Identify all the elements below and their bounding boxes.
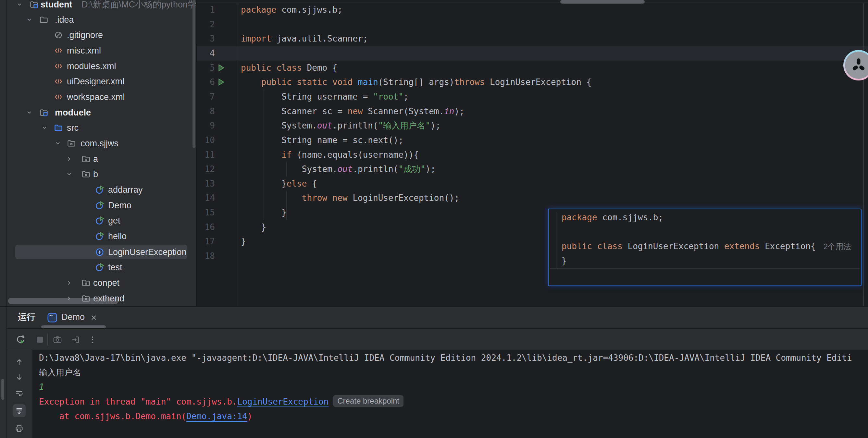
tree-item-com-sjjws[interactable]: com.sjjws bbox=[7, 136, 196, 151]
tree-item-modules-xml[interactable]: modules.xml bbox=[7, 58, 196, 74]
line-number: 3 bbox=[197, 31, 215, 46]
run-line-icon[interactable] bbox=[217, 78, 225, 86]
run-panel-header: 运行 Demo bbox=[7, 307, 868, 328]
console-line: D:\Java8\Java-17\bin\java.exe "-javaagen… bbox=[39, 351, 852, 365]
chevron-down-icon[interactable] bbox=[41, 125, 48, 131]
code-line[interactable]: 7 String username = "root"; bbox=[197, 90, 868, 104]
code-line[interactable]: 6 public static void main(String[] args)… bbox=[197, 75, 868, 90]
line-number: 15 bbox=[197, 205, 215, 220]
code-line[interactable]: 13 }else { bbox=[197, 176, 868, 191]
run-tab-demo[interactable]: Demo bbox=[61, 307, 85, 328]
line-number: 4 bbox=[197, 46, 215, 61]
tree-item-addarray[interactable]: addarray bbox=[7, 182, 196, 198]
console-output[interactable]: D:\Java8\Java-17\bin\java.exe "-javaagen… bbox=[33, 350, 868, 438]
chevron-down-icon[interactable] bbox=[26, 109, 32, 116]
tree-item-loginuserexception[interactable]: LoginUserException bbox=[7, 244, 196, 260]
line-number: 12 bbox=[197, 162, 215, 176]
soft-wrap-icon[interactable] bbox=[14, 389, 24, 398]
line-number: 10 bbox=[197, 133, 215, 147]
quick-definition-popup: package com.sjjws.b; public class LoginU… bbox=[548, 209, 862, 286]
tree-item-label: student bbox=[40, 0, 72, 12]
popup-footer-divider bbox=[550, 268, 860, 269]
line-number: 6 bbox=[197, 75, 215, 90]
chevron-down-icon[interactable] bbox=[26, 16, 32, 23]
tree-item-label: a bbox=[93, 151, 98, 167]
tree-item-label: LoginUserException bbox=[108, 244, 187, 260]
down-arrow-icon[interactable] bbox=[14, 372, 24, 381]
package-icon bbox=[82, 155, 90, 163]
tree-item-hello[interactable]: hello bbox=[7, 228, 196, 244]
camera-icon[interactable] bbox=[53, 335, 62, 344]
code-line[interactable]: 2 bbox=[197, 17, 868, 32]
line-number: 7 bbox=[197, 90, 215, 104]
tree-item-label: modules.xml bbox=[67, 58, 116, 74]
tree-item-misc-xml[interactable]: misc.xml bbox=[7, 43, 196, 58]
chevron-right-icon[interactable] bbox=[66, 280, 72, 286]
tree-item-b[interactable]: b bbox=[7, 166, 196, 182]
code-line[interactable]: 14 throw new LoginUserException(); bbox=[197, 191, 868, 205]
create-breakpoint-button[interactable]: Create breakpoint bbox=[333, 395, 403, 407]
code-line[interactable]: 12 System.out.println("成功"); bbox=[197, 162, 868, 176]
toolwindow-stripe-handle[interactable] bbox=[1, 379, 4, 400]
code-line-current[interactable]: 4 bbox=[197, 46, 868, 61]
class-run-icon bbox=[95, 185, 104, 194]
rerun-icon[interactable] bbox=[15, 334, 26, 344]
tree-item-workspace-xml[interactable]: workspace.xml bbox=[7, 89, 196, 105]
tree-item-get[interactable]: get bbox=[7, 213, 196, 228]
xml-file-icon bbox=[54, 46, 63, 55]
console-line: 输入用户名 bbox=[39, 365, 81, 380]
tree-item-demo[interactable]: Demo bbox=[7, 198, 196, 213]
stacktrace-link[interactable]: Demo.java:14 bbox=[186, 411, 247, 421]
stop-icon[interactable] bbox=[35, 335, 44, 344]
xml-file-icon bbox=[54, 62, 63, 70]
tree-item-moduele[interactable]: moduele bbox=[7, 105, 196, 121]
tree-item-src[interactable]: src bbox=[7, 120, 196, 136]
tree-item-label: com.sjjws bbox=[81, 136, 119, 151]
line-number: 16 bbox=[197, 220, 215, 235]
run-line-icon[interactable] bbox=[217, 64, 225, 72]
usages-hint[interactable]: 2个用法 bbox=[824, 242, 851, 251]
chevron-down-icon[interactable] bbox=[66, 171, 72, 177]
ignored-file-icon bbox=[54, 31, 63, 39]
more-vertical-icon[interactable] bbox=[88, 335, 97, 344]
exception-class-link[interactable]: LoginUserException bbox=[237, 397, 329, 407]
tree-item-gitignore[interactable]: .gitignore bbox=[7, 27, 196, 43]
toolbar-separator bbox=[48, 334, 48, 345]
printer-icon[interactable] bbox=[14, 424, 24, 433]
tree-item-label: b bbox=[93, 166, 98, 182]
tree-item-a[interactable]: a bbox=[7, 151, 196, 167]
code-editor[interactable]: 1package com.sjjws.b; 2 3import java.uti… bbox=[197, 0, 868, 307]
run-tab-icon bbox=[47, 312, 58, 323]
code-line[interactable]: 1package com.sjjws.b; bbox=[197, 3, 868, 17]
tree-item-student[interactable]: student D:\新桌面\MC小杨的python学习\ bbox=[7, 0, 196, 12]
ai-assistant-icon bbox=[845, 52, 868, 79]
tree-item-label: .idea bbox=[55, 12, 74, 28]
tree-horizontal-scrollbar[interactable] bbox=[8, 298, 119, 304]
tree-item-conpet[interactable]: conpet bbox=[7, 275, 196, 291]
export-icon[interactable] bbox=[70, 335, 80, 344]
tree-item-label: test bbox=[108, 260, 122, 275]
code-line[interactable]: 9 System.out.println("输入用户名"); bbox=[197, 119, 868, 133]
scroll-to-end-icon[interactable] bbox=[14, 406, 24, 415]
code-line[interactable]: 10 String name = sc.next(); bbox=[197, 133, 868, 147]
class-run-icon bbox=[95, 263, 104, 272]
tree-item-idea[interactable]: .idea bbox=[7, 12, 196, 28]
run-toolwindow-title: 运行 bbox=[18, 307, 35, 328]
chevron-down-icon[interactable] bbox=[16, 1, 23, 8]
left-toolwindow-stripe bbox=[0, 0, 7, 438]
code-line[interactable]: 8 Scanner sc = new Scanner(System.in); bbox=[197, 104, 868, 119]
code-line[interactable]: 3import java.util.Scanner; bbox=[197, 31, 868, 46]
class-run-icon bbox=[95, 201, 104, 210]
chevron-down-icon[interactable] bbox=[55, 140, 61, 147]
tree-item-uidesigner-xml[interactable]: uiDesigner.xml bbox=[7, 74, 196, 89]
tab-scrollbar-thumb[interactable] bbox=[41, 326, 106, 328]
tree-item-test[interactable]: test bbox=[7, 260, 196, 275]
chevron-right-icon[interactable] bbox=[66, 156, 72, 162]
tree-item-label: hello bbox=[108, 228, 127, 244]
code-line[interactable]: 11 if (name.equals(username)){ bbox=[197, 147, 868, 162]
code-line[interactable]: 5public class Demo { bbox=[197, 61, 868, 75]
close-icon[interactable] bbox=[90, 314, 98, 322]
up-arrow-icon[interactable] bbox=[14, 358, 24, 367]
tree-vertical-scrollbar[interactable] bbox=[192, 0, 195, 148]
line-number: 1 bbox=[197, 3, 215, 17]
